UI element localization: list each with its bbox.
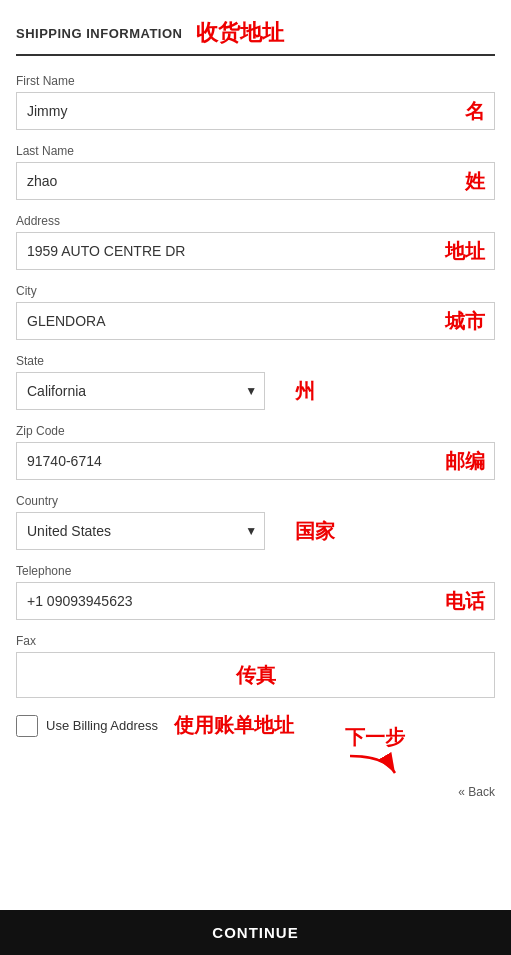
address-label: Address [16, 214, 495, 228]
use-billing-label: Use Billing Address [46, 718, 158, 733]
zip-code-group: Zip Code 邮编 [16, 424, 495, 480]
zip-code-input[interactable] [16, 442, 495, 480]
telephone-input[interactable] [16, 582, 495, 620]
back-link[interactable]: « Back [458, 785, 495, 799]
next-step-zh: 下一步 [345, 724, 405, 751]
address-input[interactable] [16, 232, 495, 270]
address-group: Address 地址 [16, 214, 495, 270]
state-label: State [16, 354, 495, 368]
first-name-input[interactable] [16, 92, 495, 130]
last-name-group: Last Name 姓 [16, 144, 495, 200]
last-name-label: Last Name [16, 144, 495, 158]
continue-button[interactable]: CONTINUE [0, 910, 511, 955]
city-label: City [16, 284, 495, 298]
zip-code-label: Zip Code [16, 424, 495, 438]
country-label: Country [16, 494, 495, 508]
section-header: SHIPPING INFORMATION 收货地址 [16, 18, 495, 56]
telephone-label: Telephone [16, 564, 495, 578]
country-select-wrapper: United States Canada China Other ▼ [16, 512, 265, 550]
billing-section: Use Billing Address 使用账单地址 下一步 « Back [16, 712, 495, 799]
first-name-group: First Name 名 [16, 74, 495, 130]
use-billing-zh: 使用账单地址 [174, 712, 294, 739]
state-select[interactable]: California New York Texas Florida [16, 372, 265, 410]
section-title-zh: 收货地址 [196, 18, 284, 48]
last-name-input[interactable] [16, 162, 495, 200]
fax-group: Fax 传真 [16, 634, 495, 698]
country-select[interactable]: United States Canada China Other [16, 512, 265, 550]
fax-input[interactable] [16, 652, 495, 698]
state-zh: 州 [295, 378, 315, 405]
fax-label: Fax [16, 634, 495, 648]
next-step-arrow-icon [345, 751, 405, 781]
use-billing-checkbox[interactable] [16, 715, 38, 737]
state-select-wrapper: California New York Texas Florida ▼ [16, 372, 265, 410]
first-name-label: First Name [16, 74, 495, 88]
country-zh: 国家 [295, 518, 335, 545]
next-step-annotation: 下一步 [345, 724, 405, 781]
section-title-en: SHIPPING INFORMATION [16, 26, 182, 41]
use-billing-row: Use Billing Address 使用账单地址 [16, 712, 495, 739]
state-group: State California New York Texas Florida … [16, 354, 495, 410]
city-input[interactable] [16, 302, 495, 340]
country-group: Country United States Canada China Other… [16, 494, 495, 550]
telephone-group: Telephone 电话 [16, 564, 495, 620]
continue-label: CONTINUE [212, 924, 298, 941]
city-group: City 城市 [16, 284, 495, 340]
